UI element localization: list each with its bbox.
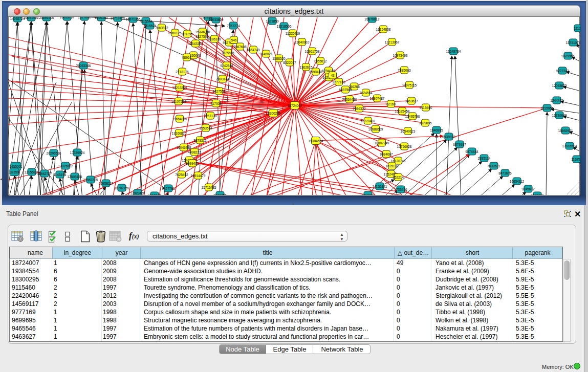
svg-text:1713342: 1713342 — [361, 193, 375, 195]
svg-text:1733426: 1733426 — [394, 188, 407, 191]
svg-text:10973493: 10973493 — [393, 54, 408, 57]
svg-text:1244415: 1244415 — [550, 99, 563, 102]
svg-text:16033809: 16033809 — [209, 18, 224, 21]
svg-text:9463627: 9463627 — [405, 99, 418, 103]
svg-text:11123: 11123 — [574, 27, 580, 30]
svg-text:20691406: 20691406 — [39, 17, 54, 19]
svg-text:9245613: 9245613 — [531, 194, 544, 195]
svg-text:16782759: 16782759 — [115, 186, 129, 190]
svg-text:8960125: 8960125 — [168, 31, 182, 35]
svg-text:13495796: 13495796 — [405, 115, 420, 118]
svg-text:1145194: 1145194 — [54, 173, 67, 177]
svg-text:9699695: 9699695 — [419, 121, 432, 125]
svg-text:1353594: 1353594 — [199, 126, 212, 130]
svg-text:13640910: 13640910 — [295, 40, 310, 44]
svg-text:19384554: 19384554 — [309, 139, 323, 143]
svg-text:16961758: 16961758 — [305, 50, 320, 53]
svg-text:8990448: 8990448 — [309, 70, 322, 74]
svg-text:9474444: 9474444 — [465, 150, 478, 154]
svg-text:3267130: 3267130 — [204, 114, 217, 118]
svg-text:14136141: 14136141 — [373, 185, 387, 188]
svg-text:6879197: 6879197 — [453, 143, 466, 146]
svg-text:8878312: 8878312 — [193, 139, 207, 142]
svg-text:16914479: 16914479 — [191, 174, 206, 178]
svg-text:12213967: 12213967 — [385, 40, 400, 44]
svg-text:12942757: 12942757 — [37, 172, 52, 176]
svg-text:8938923: 8938923 — [442, 135, 455, 139]
svg-text:16210643: 16210643 — [552, 114, 567, 117]
svg-text:16549123: 16549123 — [401, 129, 416, 133]
svg-text:13975867: 13975867 — [58, 164, 73, 168]
svg-text:8454749: 8454749 — [247, 48, 260, 52]
svg-text:252214: 252214 — [393, 176, 404, 179]
svg-text:9457791: 9457791 — [162, 187, 175, 190]
svg-text:2867608: 2867608 — [233, 45, 247, 49]
svg-text:15720407: 15720407 — [361, 119, 376, 123]
svg-text:20691406: 20691406 — [24, 17, 39, 19]
svg-text:9777169: 9777169 — [332, 80, 345, 84]
svg-text:62160: 62160 — [386, 102, 396, 106]
svg-text:1362615: 1362615 — [299, 65, 313, 69]
svg-text:9115460: 9115460 — [420, 106, 432, 110]
svg-text:10653267: 10653267 — [60, 17, 75, 19]
svg-text:8427552: 8427552 — [212, 90, 226, 93]
svg-text:6099489: 6099489 — [186, 162, 199, 165]
svg-text:3624554: 3624554 — [359, 91, 373, 95]
svg-text:15692971: 15692971 — [558, 129, 573, 133]
svg-text:39159: 39159 — [10, 170, 19, 174]
svg-text:10107554: 10107554 — [171, 100, 186, 103]
svg-text:1292347: 1292347 — [148, 194, 161, 195]
svg-text:43: 43 — [331, 74, 335, 77]
svg-text:7625402: 7625402 — [175, 173, 188, 177]
svg-text:6466160: 6466160 — [95, 17, 108, 19]
svg-text:9227343: 9227343 — [556, 69, 569, 73]
svg-text:891295: 891295 — [182, 32, 193, 36]
svg-text:17957225: 17957225 — [83, 178, 98, 182]
svg-text:16543382: 16543382 — [188, 42, 203, 46]
svg-text:3215955: 3215955 — [540, 106, 554, 110]
svg-text:16671355: 16671355 — [126, 17, 141, 21]
svg-text:16154808: 16154808 — [376, 28, 391, 31]
svg-text:26053346: 26053346 — [76, 64, 91, 68]
svg-text:17016504: 17016504 — [562, 144, 577, 148]
svg-text:16046788: 16046788 — [177, 146, 191, 149]
svg-text:7515524: 7515524 — [143, 24, 157, 28]
svg-text:9084067: 9084067 — [380, 152, 393, 156]
svg-text:19166825: 19166825 — [172, 132, 187, 135]
svg-text:8471676: 8471676 — [498, 171, 512, 175]
svg-text:11325419: 11325419 — [286, 32, 300, 35]
svg-text:7663822: 7663822 — [155, 26, 168, 30]
svg-text:1588520: 1588520 — [272, 57, 286, 60]
svg-text:18724007: 18724007 — [288, 104, 302, 107]
svg-text:10654112: 10654112 — [510, 180, 525, 183]
svg-text:8123456: 8123456 — [213, 193, 227, 195]
svg-text:12213369: 12213369 — [172, 86, 187, 90]
svg-text:19218506: 19218506 — [277, 25, 292, 28]
svg-text:1527602: 1527602 — [78, 17, 91, 19]
svg-text:2718176: 2718176 — [176, 70, 189, 74]
svg-text:10719155: 10719155 — [111, 17, 125, 20]
svg-text:9327503: 9327503 — [195, 35, 209, 38]
svg-text:417006: 417006 — [210, 102, 222, 105]
svg-text:9245612: 9245612 — [521, 187, 535, 191]
svg-text:546: 546 — [231, 38, 237, 42]
svg-text:1640995: 1640995 — [430, 128, 443, 132]
svg-text:1615132: 1615132 — [385, 164, 399, 168]
svg-text:1921850: 1921850 — [266, 19, 279, 23]
svg-text:12923468: 12923468 — [130, 191, 145, 195]
svg-text:10025458: 10025458 — [395, 110, 410, 113]
svg-text:12975115: 12975115 — [402, 83, 417, 87]
svg-text:20206536: 20206536 — [47, 151, 61, 155]
svg-text:4498222: 4498222 — [188, 150, 201, 154]
svg-text:7955812: 7955812 — [314, 59, 327, 63]
svg-text:10807487: 10807487 — [370, 97, 385, 100]
svg-text:9146821: 9146821 — [259, 52, 273, 56]
svg-text:12505185: 12505185 — [68, 175, 82, 179]
svg-text:8322037: 8322037 — [283, 61, 296, 64]
svg-text:16648784: 16648784 — [446, 50, 461, 53]
svg-text:6497568: 6497568 — [339, 88, 352, 92]
svg-text:7485063: 7485063 — [398, 69, 411, 72]
svg-text:10756928: 10756928 — [397, 145, 412, 148]
svg-text:14055724: 14055724 — [10, 17, 25, 20]
svg-text:20876812: 20876812 — [365, 17, 380, 21]
